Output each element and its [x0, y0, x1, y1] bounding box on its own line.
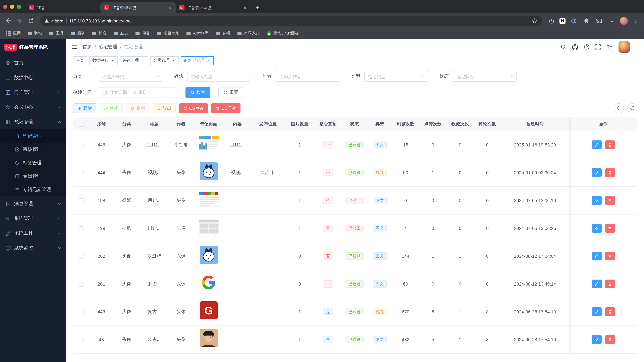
note-cover-image[interactable]: G [200, 329, 218, 347]
type-select[interactable] [364, 71, 428, 82]
es-clear-button[interactable]: ES清空 [212, 103, 240, 113]
note-cover-image[interactable]: G [198, 135, 219, 151]
bookmark-item[interactable]: AI大模型 [184, 29, 212, 37]
zoom-window-button[interactable] [17, 5, 21, 9]
cast-icon[interactable] [594, 16, 604, 25]
bookmark-item[interactable]: 净界家政 [234, 29, 262, 37]
export-button[interactable]: 导出 [152, 103, 176, 113]
avatar-caret-icon[interactable] [635, 44, 639, 50]
delete-row-button[interactable] [605, 252, 615, 260]
tab-close-icon[interactable]: × [167, 5, 172, 10]
row-checkbox[interactable] [79, 198, 84, 203]
note-cover-image[interactable]: G [200, 301, 218, 319]
browser-profile-avatar[interactable] [620, 17, 628, 25]
sidebar-item-notes[interactable]: 笔记管理 [0, 115, 66, 129]
row-checkbox[interactable] [79, 143, 84, 147]
sidebar-item-members[interactable]: 会员中心 [0, 100, 66, 115]
row-checkbox[interactable] [79, 310, 84, 314]
status-select[interactable] [453, 71, 516, 82]
sidebar-item-system-management[interactable]: 系统管理 [0, 211, 66, 226]
github-icon[interactable] [572, 44, 578, 50]
edit-row-button[interactable] [592, 335, 602, 344]
tag-close-icon[interactable]: × [206, 58, 211, 63]
bookmark-star-icon[interactable] [531, 17, 538, 24]
row-checkbox[interactable] [79, 226, 84, 231]
extensions-puzzle-icon[interactable] [582, 16, 591, 25]
browser-tab[interactable]: 红 红薯 × [26, 2, 100, 13]
notion-extension-icon[interactable]: N [560, 18, 566, 24]
category-select-input[interactable] [98, 71, 162, 82]
user-avatar[interactable] [618, 41, 630, 53]
app-logo[interactable]: 小红书 红薯管理系统 [0, 39, 66, 56]
url-text[interactable]: 115.190.73.103/admin/note/note [69, 18, 528, 23]
delete-row-button[interactable] [605, 168, 615, 177]
tag-close-icon[interactable]: × [110, 58, 115, 63]
sidebar-subitem-review-management[interactable]: 审核管理 [0, 143, 66, 156]
sidebar-subitem-album-element-management[interactable]: 专辑元素管理 [0, 183, 66, 196]
title-input[interactable] [187, 71, 251, 82]
tab-close-icon[interactable]: × [242, 5, 248, 10]
search-button[interactable]: 搜索 [186, 87, 210, 98]
font-size-icon[interactable]: TT [606, 44, 613, 50]
author-input[interactable] [276, 71, 340, 82]
edit-row-button[interactable] [592, 224, 602, 233]
tag-item[interactable]: 评论管理 × [120, 56, 148, 65]
category-select[interactable] [98, 71, 162, 82]
tag-item[interactable]: 数据中心 × [89, 56, 118, 65]
tag-close-icon[interactable]: × [171, 58, 176, 63]
row-checkbox[interactable] [79, 170, 84, 175]
bookmark-item[interactable]: Java [111, 30, 131, 37]
search-icon[interactable] [560, 44, 566, 50]
bookmark-item[interactable]: 工具 [46, 29, 66, 37]
tag-item[interactable]: 会员管理 × [150, 56, 179, 65]
note-cover-image[interactable]: G [200, 162, 218, 180]
bookmark-item[interactable]: 博客 [89, 29, 109, 37]
bookmark-item[interactable]: 服务 [68, 29, 88, 37]
bookmark-item[interactable]: 项目地址 [154, 29, 182, 37]
tag-close-icon[interactable]: × [140, 58, 145, 63]
browser-menu-icon[interactable] [631, 16, 641, 25]
tab-close-icon[interactable]: × [92, 5, 97, 10]
downloads-icon[interactable] [607, 16, 616, 25]
sidebar-item-data-center[interactable]: 数据中心 [0, 70, 66, 85]
back-icon[interactable] [3, 16, 13, 25]
forward-icon[interactable] [15, 16, 24, 25]
note-cover-image[interactable]: G [200, 273, 218, 292]
globe-extension-icon[interactable] [569, 16, 578, 25]
row-checkbox[interactable] [79, 282, 84, 286]
sidebar-subitem-album-management[interactable]: 专辑管理 [0, 170, 66, 183]
refresh-table-button[interactable] [627, 103, 637, 113]
delete-row-button[interactable] [605, 140, 615, 149]
bookmark-item[interactable]: 翻墙 [25, 29, 45, 37]
minimize-window-button[interactable] [10, 5, 14, 9]
edit-row-button[interactable] [592, 168, 602, 177]
type-select-input[interactable] [364, 71, 428, 82]
sidebar-toggle-icon[interactable] [72, 44, 78, 50]
browser-tab-active[interactable]: 红 红薯管理系统 × [100, 2, 176, 13]
es-reset-button[interactable]: ES重置 [179, 103, 208, 113]
sidebar-item-system-tools[interactable]: 系统工具 [0, 226, 66, 241]
bookmark-item[interactable]: 应用 [3, 29, 24, 37]
sidebar-subitem-tag-management[interactable]: 标签管理 [0, 156, 66, 170]
sidebar-item-messages[interactable]: 消息管理 [0, 196, 66, 211]
edit-row-button[interactable] [592, 307, 602, 316]
edit-row-button[interactable] [592, 196, 602, 205]
bookmark-item[interactable]: 宝塔Linux面板 [264, 29, 302, 37]
browser-tab[interactable]: 红 红薯管理系统 × [176, 2, 251, 13]
row-checkbox[interactable] [79, 254, 84, 259]
breadcrumb-note-management[interactable]: 笔记管理 [98, 44, 118, 50]
add-button[interactable]: 新增 [73, 103, 96, 113]
bookmark-item[interactable]: 项目 [133, 29, 153, 37]
fullscreen-icon[interactable] [595, 44, 601, 50]
reload-icon[interactable] [26, 16, 36, 25]
tag-item[interactable]: 笔记管理 × [181, 56, 214, 65]
delete-row-button[interactable] [605, 224, 615, 233]
delete-row-button[interactable] [605, 335, 615, 344]
sidebar-item-portal[interactable]: 门户管理 [0, 85, 66, 100]
note-cover-image[interactable]: G [198, 192, 219, 206]
reset-button[interactable]: 重置 [218, 87, 243, 98]
bookmark-item[interactable]: 直播 [213, 29, 233, 37]
sidebar-item-system-monitor[interactable]: 系统监控 [0, 241, 66, 255]
breadcrumb-home[interactable]: 首页 [82, 44, 92, 50]
edit-row-button[interactable] [592, 280, 602, 288]
